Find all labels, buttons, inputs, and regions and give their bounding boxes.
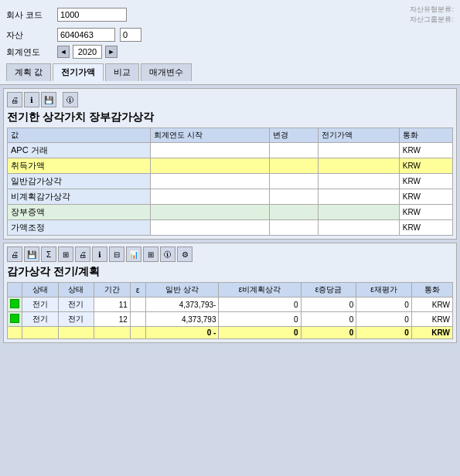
total-indicator [8, 327, 22, 339]
row-currency: KRW [411, 312, 452, 327]
company-code-label: 회사 코드 [6, 9, 53, 21]
table-row: 비계획감가상각 KRW [8, 189, 453, 205]
upper-table: 값 회계연도 시작 변경 전기가액 통화 APC 거래 KRW 취득가액 [7, 128, 453, 236]
tab-params[interactable]: 매개변수 [141, 63, 192, 81]
table-row: 취득가액 KRW [8, 158, 453, 174]
asset-sub-input[interactable] [120, 28, 141, 42]
row-label: 비계획감가상각 [8, 189, 151, 205]
total-ordinary: 0 - [145, 327, 219, 339]
asset-input[interactable] [57, 28, 115, 42]
lower-grid-button[interactable]: ⊟ [109, 246, 124, 262]
upper-panel-title: 전기한 상각가치 장부감가상각 [7, 110, 453, 124]
col-revaluation: ε재평가 [356, 283, 412, 298]
total-revaluation: 0 [356, 327, 412, 339]
row-reserve: 0 [301, 298, 356, 312]
col-special: ε비계획상각 [219, 283, 301, 298]
row-change[interactable] [270, 174, 318, 189]
tab-bar: 계획 값 전기가액 비교 매개변수 [6, 63, 454, 81]
col-status1: 상태 [22, 283, 59, 298]
lower-filter-button[interactable]: ⊞ [58, 246, 73, 262]
row-prev[interactable] [318, 174, 399, 189]
row-change[interactable] [270, 205, 318, 220]
row-status2: 전기 [58, 298, 94, 312]
row-label: 장부증액 [8, 205, 151, 220]
right-info-line2: 자산그룹분류: [410, 15, 454, 25]
lower-save-button[interactable]: 💾 [24, 246, 39, 262]
total-currency: KRW [411, 327, 452, 339]
asset-label: 자산 [6, 29, 53, 41]
lower-sum-button[interactable]: Σ [41, 246, 56, 262]
lower-print2-button[interactable]: 🖨 [75, 246, 90, 262]
row-start[interactable] [150, 189, 269, 205]
table-row: 전기 전기 11 4,373,793- 0 0 0 KRW [8, 298, 453, 312]
row-ordinary: 4,373,793- [145, 298, 219, 312]
table-row: 일반감가상각 KRW [8, 174, 453, 189]
tab-plan[interactable]: 계획 값 [6, 63, 51, 81]
col-header-label: 값 [8, 128, 151, 143]
col-status2: 상태 [58, 283, 94, 298]
upper-panel: 🖨 ℹ 💾 🛈 전기한 상각가치 장부감가상각 값 회계연도 시작 변경 전기가… [3, 88, 457, 240]
row-currency: KRW [399, 158, 452, 174]
table-row: APC 거래 KRW [8, 143, 453, 158]
row-special: 0 [219, 298, 301, 312]
year-prev-button[interactable]: ◄ [57, 46, 70, 58]
row-e1 [130, 298, 145, 312]
row-label: 취득가액 [8, 158, 151, 174]
tab-compare[interactable]: 비교 [105, 63, 139, 81]
row-change[interactable] [270, 143, 318, 158]
tab-prev[interactable]: 전기가액 [53, 63, 104, 81]
row-change[interactable] [270, 189, 318, 205]
right-info-line1: 자산유형분류: [410, 5, 454, 15]
total-e1 [130, 327, 145, 339]
row-status1: 전기 [22, 298, 59, 312]
row-start[interactable] [150, 143, 269, 158]
row-start[interactable] [150, 205, 269, 220]
print-button[interactable]: 🖨 [7, 92, 22, 107]
col-reserve: ε증당금 [301, 283, 356, 298]
lower-panel-title: 감가상각 전기/계획 [7, 265, 453, 279]
row-prev[interactable] [318, 143, 399, 158]
total-status2 [58, 327, 94, 339]
col-period: 기간 [94, 283, 131, 298]
row-status2: 전기 [58, 312, 94, 327]
row-ordinary: 4,373,793 [145, 312, 219, 327]
row-currency: KRW [399, 205, 452, 220]
fiscal-year-label: 회계연도 [6, 46, 53, 58]
row-start[interactable] [150, 220, 269, 236]
year-next-button[interactable]: ► [105, 46, 118, 58]
total-status1 [22, 327, 59, 339]
row-prev[interactable] [318, 189, 399, 205]
col-header-currency: 통화 [399, 128, 452, 143]
lower-settings-button[interactable]: ⚙ [177, 246, 193, 262]
row-currency: KRW [399, 189, 452, 205]
row-prev[interactable] [318, 158, 399, 174]
lower-chart-button[interactable]: 📊 [126, 246, 141, 262]
row-currency: KRW [411, 298, 452, 312]
info2-button[interactable]: 🛈 [63, 92, 78, 107]
total-special: 0 [219, 327, 301, 339]
row-revaluation: 0 [356, 312, 412, 327]
green-status-icon [10, 314, 19, 323]
save-button[interactable]: 💾 [41, 92, 56, 107]
row-start[interactable] [150, 174, 269, 189]
row-status1: 전기 [22, 312, 59, 327]
col-currency: 통화 [411, 283, 452, 298]
col-indicator [8, 283, 22, 298]
row-change[interactable] [270, 158, 318, 174]
row-change[interactable] [270, 220, 318, 236]
company-code-input[interactable] [57, 8, 127, 22]
lower-print-button[interactable]: 🖨 [7, 246, 22, 262]
row-prev[interactable] [318, 205, 399, 220]
col-header-prev: 전기가액 [318, 128, 399, 143]
row-prev[interactable] [318, 220, 399, 236]
lower-info2-button[interactable]: 🛈 [160, 246, 175, 262]
lower-grid2-button[interactable]: ⊞ [143, 246, 158, 262]
lower-info-button[interactable]: ℹ [92, 246, 107, 262]
col-ordinary: 일반 상각 [145, 283, 219, 298]
info-button[interactable]: ℹ [24, 92, 39, 107]
row-currency: KRW [399, 220, 452, 236]
lower-panel: 🖨 💾 Σ ⊞ 🖨 ℹ ⊟ 📊 ⊞ 🛈 ⚙ 감가상각 전기/계획 상태 상태 기… [3, 243, 457, 343]
row-label: 일반감가상각 [8, 174, 151, 189]
row-start[interactable] [150, 158, 269, 174]
row-e1 [130, 312, 145, 327]
